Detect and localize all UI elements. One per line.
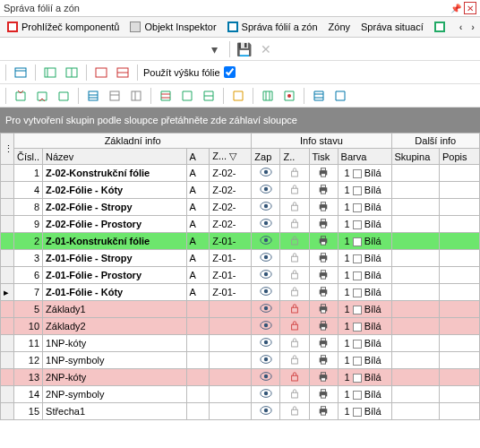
cell-lock[interactable] xyxy=(280,250,309,267)
tab-components[interactable]: Prohlížeč komponentů xyxy=(2,20,124,34)
cell-popis[interactable] xyxy=(440,267,480,284)
cell-print[interactable] xyxy=(309,335,338,352)
cell-a[interactable]: A xyxy=(186,165,210,182)
cell-skupina[interactable] xyxy=(391,199,439,216)
cell-print[interactable] xyxy=(309,182,338,199)
tool-b14[interactable] xyxy=(331,87,349,105)
cell-num[interactable]: 7 xyxy=(13,284,42,301)
cell-barva[interactable]: 1 Bílá xyxy=(338,233,391,250)
cell-lock[interactable] xyxy=(280,386,309,403)
cell-z[interactable] xyxy=(210,301,252,318)
cell-a[interactable] xyxy=(186,369,210,386)
cell-name[interactable]: Střecha1 xyxy=(43,403,186,420)
cell-zap[interactable] xyxy=(252,318,280,335)
tool-b2[interactable] xyxy=(33,87,51,105)
cell-z[interactable]: Z-01- xyxy=(210,284,252,301)
cell-zap[interactable] xyxy=(252,182,280,199)
row-handle[interactable] xyxy=(1,318,14,335)
table-row[interactable]: 8Z-02-Fólie - StropyAZ-02-1 Bílá xyxy=(1,199,480,216)
cell-z[interactable] xyxy=(210,335,252,352)
cell-z[interactable] xyxy=(210,386,252,403)
cell-zap[interactable] xyxy=(252,403,280,420)
tool-b12[interactable] xyxy=(280,87,298,105)
pin-icon[interactable]: 📌 xyxy=(450,2,462,14)
cell-name[interactable]: 1NP-kóty xyxy=(43,335,186,352)
cell-a[interactable]: A xyxy=(186,250,210,267)
row-handle[interactable] xyxy=(1,199,14,216)
table-row[interactable]: 132NP-kóty1 Bílá xyxy=(1,369,480,386)
row-handle[interactable] xyxy=(1,182,14,199)
cell-popis[interactable] xyxy=(440,335,480,352)
cell-print[interactable] xyxy=(309,386,338,403)
cell-barva[interactable]: 1 Bílá xyxy=(338,267,391,284)
cell-barva[interactable]: 1 Bílá xyxy=(338,335,391,352)
cell-skupina[interactable] xyxy=(391,318,439,335)
cell-print[interactable] xyxy=(309,284,338,301)
cell-z[interactable]: Z-02- xyxy=(210,182,252,199)
cell-popis[interactable] xyxy=(440,284,480,301)
cell-num[interactable]: 6 xyxy=(13,267,42,284)
cell-a[interactable] xyxy=(186,335,210,352)
cell-print[interactable] xyxy=(309,165,338,182)
tab-inspector[interactable]: Objekt Inspektor xyxy=(124,20,221,34)
cell-z[interactable] xyxy=(210,352,252,369)
tool-b13[interactable] xyxy=(310,87,328,105)
table-row[interactable]: 1Z-02-Konstrukční fólieAZ-02-1 Bílá xyxy=(1,165,480,182)
cell-zap[interactable] xyxy=(252,199,280,216)
row-handle[interactable] xyxy=(1,267,14,284)
cell-zap[interactable] xyxy=(252,386,280,403)
cell-num[interactable]: 8 xyxy=(13,199,42,216)
header-zlock[interactable]: Z.. xyxy=(280,149,309,165)
cell-print[interactable] xyxy=(309,369,338,386)
header-tisk[interactable]: Tisk xyxy=(309,149,338,165)
dropdown-button[interactable]: ▾ xyxy=(206,40,224,58)
cell-z[interactable]: Z-01- xyxy=(210,250,252,267)
header-name[interactable]: Název xyxy=(43,149,186,165)
row-handle[interactable] xyxy=(1,216,14,233)
cell-lock[interactable] xyxy=(280,233,309,250)
cell-zap[interactable] xyxy=(252,369,280,386)
cell-skupina[interactable] xyxy=(391,352,439,369)
header-group-extra[interactable]: Další info xyxy=(391,134,479,149)
cell-num[interactable]: 14 xyxy=(13,386,42,403)
cell-name[interactable]: 2NP-symboly xyxy=(43,386,186,403)
cell-num[interactable]: 10 xyxy=(13,318,42,335)
height-checkbox-input[interactable] xyxy=(224,66,236,78)
row-handle[interactable] xyxy=(1,403,14,420)
tool-a5[interactable] xyxy=(114,64,132,82)
cell-z[interactable]: Z-01- xyxy=(210,267,252,284)
cell-skupina[interactable] xyxy=(391,335,439,352)
row-handle[interactable] xyxy=(1,352,14,369)
cell-skupina[interactable] xyxy=(391,233,439,250)
cell-barva[interactable]: 1 Bílá xyxy=(338,182,391,199)
table-row[interactable]: 111NP-kóty1 Bílá xyxy=(1,335,480,352)
cell-num[interactable]: 1 xyxy=(13,165,42,182)
cell-zap[interactable] xyxy=(252,301,280,318)
cell-print[interactable] xyxy=(309,233,338,250)
header-popis[interactable]: Popis xyxy=(440,149,480,165)
cell-num[interactable]: 4 xyxy=(13,182,42,199)
cell-skupina[interactable] xyxy=(391,250,439,267)
cell-lock[interactable] xyxy=(280,318,309,335)
cell-barva[interactable]: 1 Bílá xyxy=(338,199,391,216)
cell-skupina[interactable] xyxy=(391,182,439,199)
row-handle[interactable] xyxy=(1,250,14,267)
cell-barva[interactable]: 1 Bílá xyxy=(338,216,391,233)
tool-b10[interactable] xyxy=(229,87,247,105)
table-row[interactable]: 2Z-01-Konstrukční fólieAZ-01-1 Bílá xyxy=(1,233,480,250)
cell-name[interactable]: Z-02-Fólie - Stropy xyxy=(43,199,186,216)
table-row[interactable]: 142NP-symboly1 Bílá xyxy=(1,386,480,403)
row-handle[interactable] xyxy=(1,165,14,182)
cell-skupina[interactable] xyxy=(391,216,439,233)
cell-lock[interactable] xyxy=(280,403,309,420)
cell-z[interactable]: Z-02- xyxy=(210,216,252,233)
cell-a[interactable] xyxy=(186,301,210,318)
cell-a[interactable]: A xyxy=(186,233,210,250)
cell-name[interactable]: Z-01-Konstrukční fólie xyxy=(43,233,186,250)
cell-name[interactable]: Z-02-Fólie - Prostory xyxy=(43,216,186,233)
cell-num[interactable]: 12 xyxy=(13,352,42,369)
cell-popis[interactable] xyxy=(440,369,480,386)
tab-zones[interactable]: Zóny xyxy=(323,20,356,34)
tool-b11[interactable] xyxy=(259,87,277,105)
cell-zap[interactable] xyxy=(252,267,280,284)
